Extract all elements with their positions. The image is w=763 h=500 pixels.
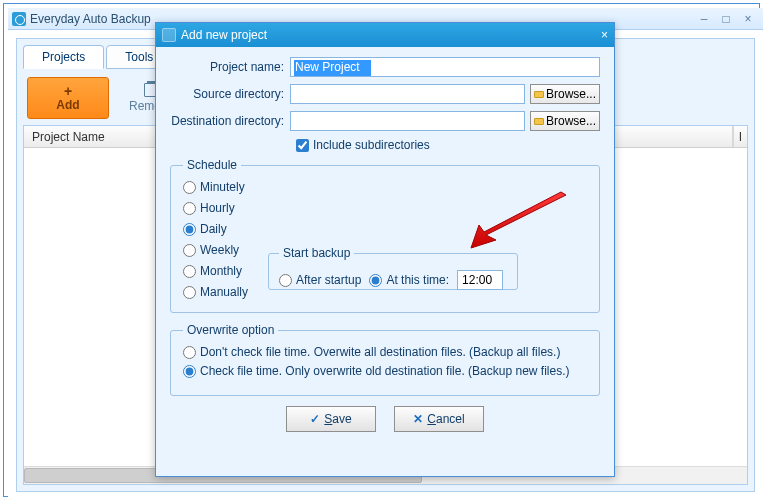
- radio-after-startup[interactable]: After startup: [279, 273, 361, 287]
- row-project-name: Project name:: [170, 57, 600, 77]
- tab-projects[interactable]: Projects: [23, 45, 104, 69]
- add-button[interactable]: + Add: [27, 77, 109, 119]
- row-include-sub: Include subdirectories: [296, 138, 600, 152]
- radio-manually[interactable]: Manually: [183, 285, 248, 299]
- row-source-dir: Source directory: Browse...: [170, 84, 600, 104]
- radio-weekly[interactable]: Weekly: [183, 243, 248, 257]
- start-backup-legend: Start backup: [279, 246, 354, 260]
- close-button[interactable]: ×: [737, 12, 759, 26]
- row-dest-dir: Destination directory: Browse...: [170, 111, 600, 131]
- start-backup-group: Start backup After startup At this time:: [268, 246, 518, 290]
- app-icon: [12, 12, 26, 26]
- dialog-body: Project name: Source directory: Browse..…: [156, 47, 614, 442]
- radio-at-this-time[interactable]: At this time:: [369, 273, 449, 287]
- minimize-button[interactable]: –: [693, 12, 715, 26]
- browse-dest-button[interactable]: Browse...: [530, 111, 600, 131]
- dialog-icon: [162, 28, 176, 42]
- label-project-name: Project name:: [170, 60, 290, 74]
- browse-source-button[interactable]: Browse...: [530, 84, 600, 104]
- overwrite-group: Overwrite option Don't check file time. …: [170, 323, 600, 396]
- input-dest-dir[interactable]: [290, 111, 525, 131]
- tabbar: Projects Tools: [23, 45, 174, 69]
- col-end[interactable]: I: [733, 126, 747, 147]
- add-project-dialog: Add new project × Project name: Source d…: [155, 22, 615, 477]
- radio-overwrite-all[interactable]: Don't check file time. Overwite all dest…: [183, 345, 587, 359]
- toolbar: + Add Remove: [27, 77, 174, 119]
- dialog-close-button[interactable]: ×: [601, 28, 608, 42]
- schedule-group: Schedule Minutely Hourly Daily Weekly Mo…: [170, 158, 600, 313]
- app-frame: Everyday Auto Backup – □ × Projects Tool…: [3, 3, 760, 497]
- checkbox-include-sub[interactable]: [296, 139, 309, 152]
- cross-icon: ✕: [413, 412, 423, 426]
- label-dest-dir: Destination directory:: [170, 114, 290, 128]
- check-icon: ✓: [310, 412, 320, 426]
- maximize-button[interactable]: □: [715, 12, 737, 26]
- input-project-name[interactable]: [290, 57, 600, 77]
- add-label: Add: [56, 98, 79, 112]
- input-source-dir[interactable]: [290, 84, 525, 104]
- dialog-titlebar: Add new project ×: [156, 23, 614, 47]
- overwrite-legend: Overwrite option: [183, 323, 278, 337]
- radio-hourly[interactable]: Hourly: [183, 201, 248, 215]
- plus-icon: +: [64, 84, 72, 98]
- folder-icon: [534, 118, 544, 125]
- radio-minutely[interactable]: Minutely: [183, 180, 248, 194]
- radio-overwrite-new[interactable]: Check file time. Only overwrite old dest…: [183, 364, 587, 378]
- radio-daily[interactable]: Daily: [183, 222, 248, 236]
- input-time[interactable]: [457, 270, 503, 290]
- label-include-sub: Include subdirectories: [313, 138, 430, 152]
- dialog-title: Add new project: [181, 28, 601, 42]
- label-source-dir: Source directory:: [170, 87, 290, 101]
- schedule-options: Minutely Hourly Daily Weekly Monthly Man…: [183, 180, 248, 300]
- schedule-legend: Schedule: [183, 158, 241, 172]
- radio-monthly[interactable]: Monthly: [183, 264, 248, 278]
- cancel-button[interactable]: ✕Cancel: [394, 406, 484, 432]
- save-button[interactable]: ✓Save: [286, 406, 376, 432]
- dialog-buttons: ✓Save ✕Cancel: [170, 406, 600, 432]
- folder-icon: [534, 91, 544, 98]
